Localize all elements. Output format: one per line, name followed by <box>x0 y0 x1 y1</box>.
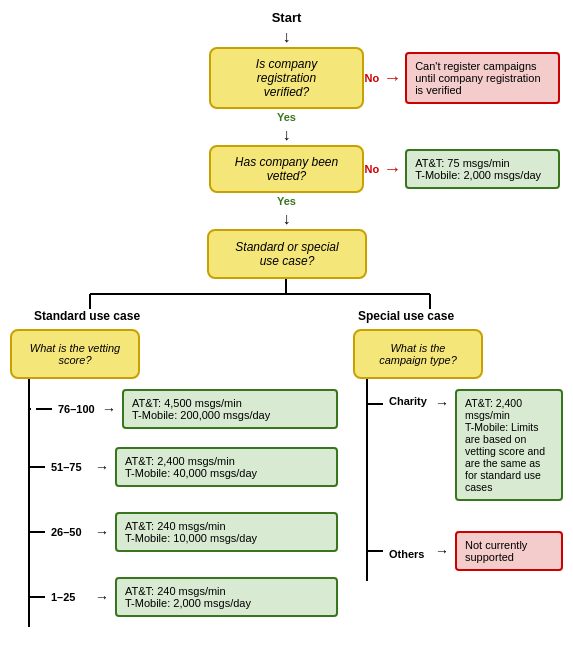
diamond2-row: Has company been vetted? No → AT&T: 75 m… <box>10 145 563 193</box>
others-label: Others <box>389 548 429 560</box>
score-row-26: 26–50 → AT&T: 240 msgs/min T-Mobile: 10,… <box>30 507 338 557</box>
arrow-no2-right: → <box>383 159 401 180</box>
yes2-connector: Yes ↓ <box>10 193 563 229</box>
diamond3-row: Standard or special use case? <box>10 229 563 279</box>
others-box: Not currently supported <box>455 531 563 571</box>
score-row-1: 1–25 → AT&T: 240 msgs/min T-Mobile: 2,00… <box>30 572 338 627</box>
diamond4-right-row: What is the campaign type? <box>353 329 563 379</box>
score-row-76: 76–100 → AT&T: 4,500 msgs/min T-Mobile: … <box>30 379 338 434</box>
right-branch: Special use case What is the campaign ty… <box>348 309 563 627</box>
score-list: 76–100 → AT&T: 4,500 msgs/min T-Mobile: … <box>28 379 338 627</box>
score-51-label: 51–75 <box>51 461 89 473</box>
no-branch2: No → AT&T: 75 msgs/min T-Mobile: 2,000 m… <box>365 149 561 189</box>
special-title: Special use case <box>358 309 563 323</box>
branches: Standard use case What is the vetting sc… <box>10 309 563 627</box>
start-label: Start <box>10 10 563 25</box>
arrow-26: → <box>95 524 109 540</box>
arrow-51: → <box>95 459 109 475</box>
diamond1-row: Is company registration verified? No → C… <box>10 47 563 109</box>
score-row-51: 51–75 → AT&T: 2,400 msgs/min T-Mobile: 4… <box>30 442 338 492</box>
score-76-box: AT&T: 4,500 msgs/min T-Mobile: 200,000 m… <box>122 389 338 429</box>
yes1-connector: Yes ↓ <box>10 109 563 145</box>
score-26-label: 26–50 <box>51 526 89 538</box>
charity-row: Charity → AT&T: 2,400 msgs/min T-Mobile:… <box>368 379 563 506</box>
att-tmo-novetting-box: AT&T: 75 msgs/min T-Mobile: 2,000 msgs/d… <box>405 149 560 189</box>
cant-register-box: Can't register campaigns until company r… <box>405 52 560 104</box>
arrow-others: → <box>435 543 449 559</box>
standard-title: Standard use case <box>34 309 338 323</box>
diamond4-left-row: What is the vetting score? <box>10 329 338 379</box>
arrow-charity: → <box>435 395 449 411</box>
diamond1: Is company registration verified? <box>209 47 364 109</box>
score-1-box: AT&T: 240 msgs/min T-Mobile: 2,000 msgs/… <box>115 577 338 617</box>
others-row: Others → Not currently supported <box>368 526 563 581</box>
diamond3: Standard or special use case? <box>207 229 367 279</box>
diamond4-right: What is the campaign type? <box>353 329 483 379</box>
score-26-box: AT&T: 240 msgs/min T-Mobile: 10,000 msgs… <box>115 512 338 552</box>
arrow-yes1: ↓ <box>283 125 291 145</box>
arrow-76: → <box>102 401 116 417</box>
split-connector <box>10 279 563 309</box>
arrow-start-down: ↓ <box>10 27 563 47</box>
no-branch: No → Can't register campaigns until comp… <box>365 52 561 104</box>
charity-label: Charity <box>389 395 429 407</box>
score-76-label: 76–100 <box>58 403 96 415</box>
arrow-yes2: ↓ <box>283 209 291 229</box>
score-51-box: AT&T: 2,400 msgs/min T-Mobile: 40,000 ms… <box>115 447 338 487</box>
left-branch: Standard use case What is the vetting sc… <box>10 309 338 627</box>
arrow-1: → <box>95 589 109 605</box>
diamond4-left: What is the vetting score? <box>10 329 140 379</box>
flowchart: Start ↓ Is company registration verified… <box>10 10 563 627</box>
charity-box: AT&T: 2,400 msgs/min T-Mobile: Limits ar… <box>455 389 563 501</box>
diamond2: Has company been vetted? <box>209 145 364 193</box>
split-svg <box>10 279 563 309</box>
special-list: Charity → AT&T: 2,400 msgs/min T-Mobile:… <box>366 379 563 581</box>
score-1-label: 1–25 <box>51 591 89 603</box>
arrow-no-right: → <box>383 68 401 89</box>
